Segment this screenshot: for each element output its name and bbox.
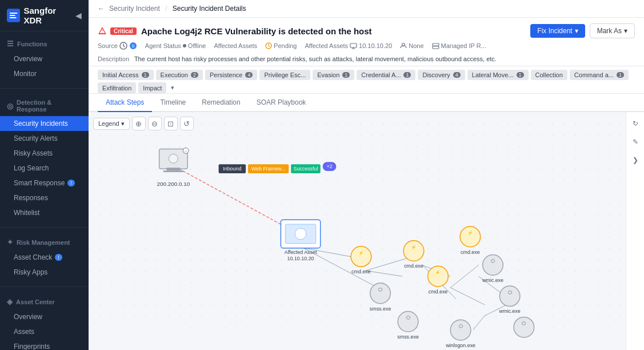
sidebar-item-overview[interactable]: Overview <box>0 51 89 66</box>
app-logo: Sangfor XDR ◀ <box>0 0 89 31</box>
svg-point-58 <box>460 226 481 247</box>
edit-button[interactable]: ✎ <box>629 135 642 149</box>
chain-credential[interactable]: Credential A... 1 <box>357 70 415 80</box>
functions-icon: ☰ <box>7 39 14 48</box>
expand-icon: ❯ <box>633 156 638 164</box>
sidebar-section-asset-title[interactable]: ◈ Asset Center <box>0 294 89 309</box>
svg-text:⬡: ⬡ <box>522 321 526 326</box>
svg-point-40 <box>295 228 306 240</box>
sidebar-item-security-alerts[interactable]: Security Alerts <box>0 131 89 146</box>
svg-text:Inbound: Inbound <box>223 166 241 172</box>
fix-incident-button[interactable]: Fix Incident ▾ <box>530 24 585 38</box>
chain-evasion[interactable]: Evasion 1 <box>313 70 354 80</box>
sidebar-item-risky-assets[interactable]: Risky Assets <box>0 146 89 161</box>
back-button[interactable]: ← <box>98 5 105 13</box>
edit-icon: ✎ <box>633 138 638 146</box>
chain-impact[interactable]: Impact <box>138 82 166 93</box>
chain-more-btn[interactable]: ▾ <box>169 82 177 93</box>
svg-text:⬡: ⬡ <box>491 258 495 264</box>
chain-execution[interactable]: Execution 2 <box>156 70 203 80</box>
sidebar-item-whitelist[interactable]: Whitelist <box>0 205 89 220</box>
chain-initial-access[interactable]: Initial Access 1 <box>98 70 154 80</box>
svg-text:200.200.0.10: 200.200.0.10 <box>157 181 190 187</box>
refresh-button[interactable]: ↻ <box>629 117 642 130</box>
incident-description: Description The current host has risky p… <box>98 53 635 66</box>
breadcrumb-parent[interactable]: Security Incident <box>109 5 160 13</box>
app-name: Sangfor XDR <box>23 6 75 25</box>
legend-button[interactable]: Legend ▾ <box>93 118 130 130</box>
sidebar-item-risky-apps[interactable]: Risky Apps <box>0 265 89 280</box>
svg-text:⚡: ⚡ <box>435 269 441 275</box>
chain-exfiltration[interactable]: Exfiltration <box>98 82 136 93</box>
sidebar-item-asset-overview[interactable]: Overview <box>0 309 89 324</box>
graph-and-panel: Legend ▾ ⊕ ⊖ ⊡ ↺ <box>89 112 644 350</box>
breadcrumb-separator: / <box>165 5 167 13</box>
sidebar-item-monitor[interactable]: Monitor <box>0 66 89 81</box>
legend-chevron: ▾ <box>121 120 125 128</box>
svg-text:⚡: ⚡ <box>467 230 473 236</box>
svg-text:⬡: ⬡ <box>378 287 382 292</box>
tab-soar-playbook[interactable]: SOAR Playbook <box>249 94 314 112</box>
sidebar-section-risk-title[interactable]: ✦ Risk Management <box>0 234 89 250</box>
node-extra[interactable]: ⬡ <box>514 317 534 337</box>
meta-affected-assets: Affected Assets 10.10.10.20 <box>305 42 392 50</box>
sidebar-item-security-incidents[interactable]: Security Incidents <box>0 116 89 131</box>
svg-rect-25 <box>163 170 184 172</box>
svg-point-55 <box>398 312 418 332</box>
expand-button[interactable]: ❯ <box>629 153 642 167</box>
svg-text:+2: +2 <box>326 164 332 169</box>
sidebar-divider-1 <box>0 88 89 89</box>
user-icon <box>400 42 407 49</box>
chain-lateral-move[interactable]: Lateral Move... 1 <box>467 70 529 80</box>
refresh-icon: ↻ <box>633 120 638 128</box>
fix-incident-chevron: ▾ <box>575 27 578 35</box>
chain-persistence[interactable]: Persistence 4 <box>205 70 258 80</box>
chain-privilege-esc[interactable]: Privilege Esc... <box>259 70 310 80</box>
sidebar-section-detection-title[interactable]: ◎ Detection & Response <box>0 96 89 116</box>
reset-button[interactable]: ↺ <box>180 117 194 130</box>
chain-discovery[interactable]: Discovery 4 <box>418 70 465 80</box>
sidebar-collapse-btn[interactable]: ◀ <box>75 11 82 20</box>
zoom-out-button[interactable]: ⊖ <box>148 117 162 130</box>
sidebar-item-assets[interactable]: Assets <box>0 324 89 339</box>
sidebar-section-asset-center: ◈ Asset Center Overview Assets Fingerpri… <box>0 289 89 350</box>
description-label: Description <box>98 55 129 62</box>
svg-text:smss.exe: smss.exe <box>397 334 419 340</box>
source-node[interactable]: 200.200.0.10 ⌕ <box>157 148 190 187</box>
svg-text:⬡: ⬡ <box>406 315 410 320</box>
chain-command[interactable]: Command a... 1 <box>570 70 629 80</box>
mark-as-button[interactable]: Mark As ▾ <box>590 23 635 38</box>
node-wmic-1[interactable]: ⬡ wmic.exe <box>482 255 503 283</box>
chain-collection[interactable]: Collection <box>531 70 567 80</box>
sidebar-item-responses[interactable]: Responses <box>0 190 89 205</box>
severity-badge: Critical <box>110 27 137 35</box>
node-cmd-2[interactable]: ⚡ cmd.exe <box>403 241 424 269</box>
node-smss-2[interactable]: ⬡ smss.exe <box>397 312 419 340</box>
sidebar-item-asset-check[interactable]: Asset Check ! <box>0 250 89 265</box>
node-cmd-4[interactable]: ⚡ cmd.exe <box>460 226 481 254</box>
node-wmic-2[interactable]: ⬡ wmic.exe <box>499 286 521 314</box>
svg-rect-5 <box>350 43 357 47</box>
incident-header: Critical Apache Log4j2 RCE Vulnerability… <box>89 18 644 66</box>
topbar: ← Security Incident / Security Incident … <box>89 0 644 18</box>
svg-rect-7 <box>433 43 439 46</box>
svg-text:cmd.exe: cmd.exe <box>429 289 448 295</box>
sidebar-section-functions-title[interactable]: ☰ Functions <box>0 36 89 51</box>
node-cmd-1[interactable]: ⚡ cmd.exe <box>351 246 371 275</box>
meta-managed-ip: Managed IP R... <box>432 42 486 50</box>
svg-text:10.10.10.20: 10.10.10.20 <box>287 256 314 261</box>
fit-button[interactable]: ⊡ <box>164 117 178 130</box>
meta-source: Source S <box>98 42 137 50</box>
meta-pending: Pending <box>265 42 297 49</box>
server-icon <box>432 42 439 50</box>
node-smss-1[interactable]: ⬡ smss.exe <box>370 283 391 311</box>
svg-text:wmic.exe: wmic.exe <box>482 277 503 283</box>
sidebar-item-fingerprints[interactable]: Fingerprints <box>0 339 89 350</box>
tab-attack-steps[interactable]: Attack Steps <box>98 94 152 112</box>
sidebar-item-log-search[interactable]: Log Search <box>0 161 89 176</box>
node-cmd-3[interactable]: ⚡ cmd.exe <box>428 266 449 294</box>
sidebar-item-smart-response[interactable]: Smart Response ! <box>0 176 89 190</box>
tab-remediation[interactable]: Remediation <box>194 94 248 112</box>
tab-timeline[interactable]: Timeline <box>152 94 194 112</box>
zoom-in-button[interactable]: ⊕ <box>132 117 146 130</box>
